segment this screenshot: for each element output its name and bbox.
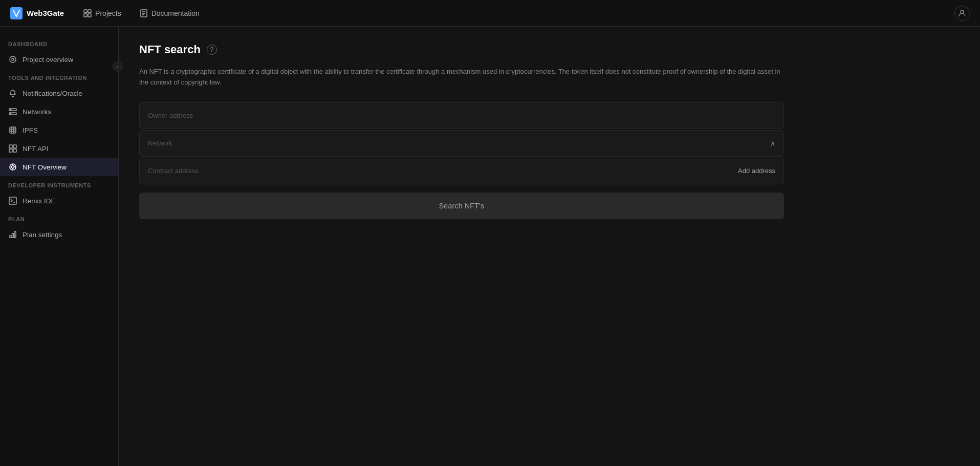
svg-point-8: [961, 10, 964, 13]
topnav-right: [954, 6, 970, 21]
sidebar-item-networks[interactable]: Networks: [0, 102, 118, 121]
sidebar-collapse-button[interactable]: ‹: [113, 61, 123, 72]
add-address-button[interactable]: Add address: [738, 167, 775, 175]
sidebar-item-nft-api[interactable]: NFT API: [0, 139, 118, 158]
svg-rect-21: [13, 145, 16, 148]
sidebar-label-nft-api: NFT API: [23, 145, 49, 153]
brand-icon: [10, 7, 23, 19]
svg-rect-34: [14, 231, 16, 238]
svg-point-9: [10, 56, 16, 62]
svg-rect-1: [88, 10, 91, 13]
svg-point-14: [10, 113, 11, 114]
page-description: An NFT is a cryptographic certificate of…: [139, 67, 784, 88]
sidebar-item-project-overview[interactable]: Project overview: [0, 50, 118, 69]
nav-projects[interactable]: Projects: [80, 7, 124, 19]
user-avatar[interactable]: [954, 6, 970, 21]
owner-address-field[interactable]: [139, 102, 784, 129]
networks-icon: [8, 107, 17, 116]
svg-rect-22: [9, 149, 12, 152]
svg-rect-23: [13, 149, 16, 152]
plan-settings-icon: [8, 230, 17, 239]
contract-address-input[interactable]: [148, 167, 732, 175]
nft-overview-icon: [8, 162, 17, 172]
remix-ide-icon: [8, 196, 17, 205]
chevron-up-icon: ∧: [770, 139, 775, 147]
brand-label: Web3Gate: [27, 9, 64, 17]
svg-rect-2: [84, 14, 87, 17]
svg-rect-0: [84, 10, 87, 13]
nav-documentation[interactable]: Documentation: [137, 7, 203, 19]
sidebar-label-project-overview: Project overview: [23, 56, 73, 63]
sidebar-item-remix-ide[interactable]: Remix IDE: [0, 192, 118, 210]
page-title-row: NFT search ?: [139, 43, 960, 56]
brand[interactable]: Web3Gate: [10, 7, 64, 19]
topnav: Web3Gate Projects Documentation: [0, 0, 980, 27]
svg-rect-20: [9, 145, 12, 148]
sidebar-label-notifications-oracle: Notifications/Oracle: [23, 90, 82, 97]
main-content: NFT search ? An NFT is a cryptographic c…: [119, 27, 980, 466]
sidebar-label-remix-ide: Remix IDE: [23, 197, 56, 205]
network-select-label: Network: [148, 139, 172, 147]
nft-search-form: Network ∧ Add address Search NFT's: [139, 102, 784, 219]
sidebar-label-networks: Networks: [23, 108, 51, 116]
sidebar-item-nft-overview[interactable]: NFT Overview: [0, 158, 118, 176]
documentation-icon: [140, 9, 148, 17]
projects-label: Projects: [95, 9, 121, 17]
projects-icon: [83, 9, 92, 17]
sidebar: ‹ Dashboard Project overview Tools and i…: [0, 27, 119, 466]
contract-address-field[interactable]: Add address: [139, 158, 784, 184]
layout: ‹ Dashboard Project overview Tools and i…: [0, 27, 980, 466]
sidebar-item-plan-settings[interactable]: Plan settings: [0, 225, 118, 244]
owner-address-input[interactable]: [148, 112, 775, 119]
svg-rect-32: [10, 236, 11, 238]
sidebar-item-ipfs[interactable]: IPFS: [0, 121, 118, 139]
nft-api-icon: [8, 144, 17, 153]
sidebar-section-dashboard: Dashboard: [0, 37, 118, 50]
sidebar-label-plan-settings: Plan settings: [23, 231, 62, 239]
svg-point-25: [12, 166, 14, 168]
ipfs-icon: [8, 125, 17, 135]
sidebar-item-notifications-oracle[interactable]: Notifications/Oracle: [0, 84, 118, 102]
sidebar-label-nft-overview: NFT Overview: [23, 163, 67, 171]
svg-rect-3: [88, 14, 91, 17]
svg-point-10: [12, 58, 14, 60]
search-nfts-button[interactable]: Search NFT's: [139, 193, 784, 219]
svg-point-13: [10, 109, 11, 110]
sidebar-section-developer: Developer Instruments: [0, 178, 118, 192]
help-icon[interactable]: ?: [207, 45, 217, 55]
documentation-label: Documentation: [151, 9, 200, 17]
sidebar-section-plan: Plan: [0, 212, 118, 225]
network-select[interactable]: Network ∧: [139, 130, 784, 157]
sidebar-label-ipfs: IPFS: [23, 126, 38, 134]
project-overview-icon: [8, 55, 17, 64]
svg-rect-15: [10, 127, 16, 133]
page-title: NFT search: [139, 43, 201, 56]
notifications-oracle-icon: [8, 89, 17, 98]
sidebar-section-tools: Tools and integration: [0, 71, 118, 84]
svg-rect-33: [12, 234, 14, 238]
